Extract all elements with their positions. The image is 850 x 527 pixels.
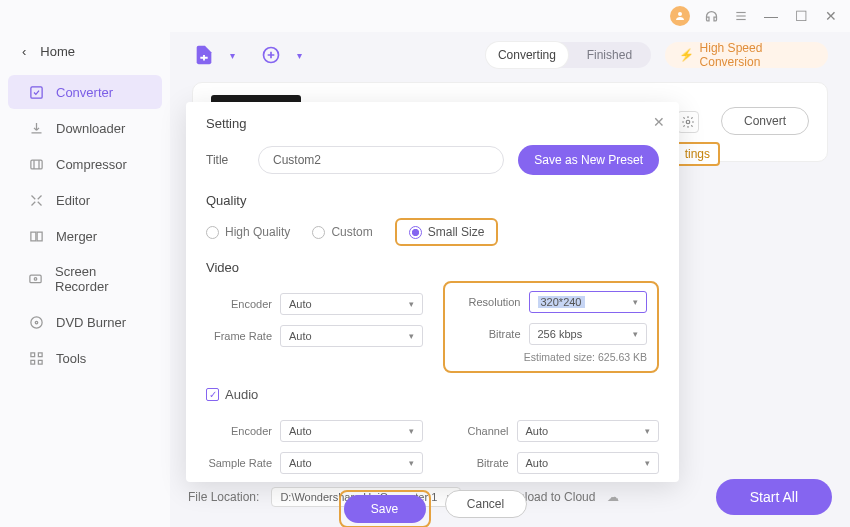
sidebar-item-label: Editor bbox=[56, 193, 90, 208]
title-input[interactable] bbox=[258, 146, 504, 174]
sidebar-item-label: Tools bbox=[56, 351, 86, 366]
svg-rect-6 bbox=[30, 232, 35, 241]
resolution-label: Resolution bbox=[455, 296, 521, 308]
close-icon[interactable]: ✕ bbox=[653, 114, 665, 130]
compress-icon bbox=[28, 156, 44, 172]
add-file-button[interactable] bbox=[192, 42, 216, 68]
headset-icon[interactable] bbox=[702, 7, 720, 25]
chevron-down-icon: ▾ bbox=[409, 426, 414, 436]
sidebar-item-label: DVD Burner bbox=[56, 315, 126, 330]
audio-channel-select[interactable]: Auto▾ bbox=[517, 420, 660, 442]
chevron-down-icon: ▾ bbox=[409, 458, 414, 468]
svg-point-0 bbox=[678, 12, 682, 16]
high-speed-label: High Speed Conversion bbox=[700, 41, 814, 69]
channel-label: Channel bbox=[443, 425, 509, 437]
encoder-label: Encoder bbox=[206, 298, 272, 310]
sidebar-item-dvd-burner[interactable]: DVD Burner bbox=[8, 305, 162, 339]
radio-custom[interactable]: Custom bbox=[312, 225, 372, 239]
radio-label: Custom bbox=[331, 225, 372, 239]
svg-rect-12 bbox=[30, 352, 34, 356]
svg-rect-15 bbox=[38, 360, 42, 364]
back-label: Home bbox=[40, 44, 75, 59]
audio-samplerate-select[interactable]: Auto▾ bbox=[280, 452, 423, 474]
radio-label: High Quality bbox=[225, 225, 290, 239]
video-encoder-select[interactable]: Auto▾ bbox=[280, 293, 423, 315]
maximize-icon[interactable]: ☐ bbox=[792, 7, 810, 25]
radio-icon bbox=[206, 226, 219, 239]
svg-rect-7 bbox=[37, 232, 42, 241]
audio-checkbox[interactable]: ✓ Audio bbox=[206, 387, 659, 402]
tools-icon bbox=[28, 350, 44, 366]
sidebar-item-downloader[interactable]: Downloader bbox=[8, 111, 162, 145]
minimize-icon[interactable]: — bbox=[762, 7, 780, 25]
svg-point-10 bbox=[30, 316, 41, 327]
radio-small-size[interactable]: Small Size bbox=[409, 225, 485, 239]
bolt-icon: ⚡ bbox=[679, 48, 694, 62]
chevron-down-icon: ▾ bbox=[409, 331, 414, 341]
checkbox-icon: ✓ bbox=[206, 388, 219, 401]
chevron-down-icon[interactable]: ▾ bbox=[230, 50, 235, 61]
radio-high-quality[interactable]: High Quality bbox=[206, 225, 290, 239]
start-all-button[interactable]: Start All bbox=[716, 479, 832, 515]
chevron-down-icon: ▾ bbox=[645, 426, 650, 436]
audio-heading: Audio bbox=[225, 387, 258, 402]
sidebar-item-label: Downloader bbox=[56, 121, 125, 136]
radio-icon bbox=[409, 226, 422, 239]
dvd-icon bbox=[28, 314, 44, 330]
samplerate-label: Sample Rate bbox=[206, 457, 272, 469]
sidebar-item-converter[interactable]: Converter bbox=[8, 75, 162, 109]
svg-rect-5 bbox=[30, 160, 41, 169]
chevron-down-icon: ▾ bbox=[409, 299, 414, 309]
title-label: Title bbox=[206, 153, 244, 167]
add-from-device-button[interactable] bbox=[259, 42, 283, 68]
convert-button[interactable]: Convert bbox=[721, 107, 809, 135]
svg-point-17 bbox=[686, 120, 690, 124]
radio-icon bbox=[312, 226, 325, 239]
chevron-down-icon: ▾ bbox=[645, 458, 650, 468]
audio-bitrate-select[interactable]: Auto▾ bbox=[517, 452, 660, 474]
sidebar: ‹ Home Converter Downloader Compressor E… bbox=[0, 32, 170, 527]
chevron-down-icon: ▾ bbox=[633, 329, 638, 339]
svg-rect-13 bbox=[38, 352, 42, 356]
titlebar: — ☐ ✕ bbox=[0, 0, 850, 32]
cancel-button[interactable]: Cancel bbox=[445, 490, 527, 518]
sidebar-item-label: Screen Recorder bbox=[55, 264, 142, 294]
menu-icon[interactable] bbox=[732, 7, 750, 25]
settings-highlight: tings bbox=[675, 142, 720, 166]
video-bitrate-select[interactable]: 256 kbps▾ bbox=[529, 323, 648, 345]
audio-encoder-select[interactable]: Auto▾ bbox=[280, 420, 423, 442]
sidebar-item-label: Merger bbox=[56, 229, 97, 244]
sidebar-item-merger[interactable]: Merger bbox=[8, 219, 162, 253]
save-preset-button[interactable]: Save as New Preset bbox=[518, 145, 659, 175]
sidebar-item-compressor[interactable]: Compressor bbox=[8, 147, 162, 181]
tab-finished[interactable]: Finished bbox=[568, 42, 650, 68]
bitrate-label: Bitrate bbox=[443, 457, 509, 469]
output-settings-button[interactable] bbox=[677, 111, 699, 133]
merger-icon bbox=[28, 228, 44, 244]
top-row: ▾ ▾ Converting Finished ⚡ High Speed Con… bbox=[192, 42, 828, 68]
video-framerate-select[interactable]: Auto▾ bbox=[280, 325, 423, 347]
tab-converting[interactable]: Converting bbox=[486, 42, 568, 68]
segmented-control: Converting Finished bbox=[486, 42, 651, 68]
back-button[interactable]: ‹ Home bbox=[0, 38, 170, 73]
framerate-label: Frame Rate bbox=[206, 330, 272, 342]
sidebar-item-editor[interactable]: Editor bbox=[8, 183, 162, 217]
sidebar-item-tools[interactable]: Tools bbox=[8, 341, 162, 375]
svg-point-9 bbox=[34, 277, 37, 280]
high-speed-badge[interactable]: ⚡ High Speed Conversion bbox=[665, 42, 828, 68]
save-button[interactable]: Save bbox=[344, 495, 426, 523]
sidebar-item-screen-recorder[interactable]: Screen Recorder bbox=[8, 255, 162, 303]
sidebar-item-label: Compressor bbox=[56, 157, 127, 172]
svg-point-11 bbox=[35, 321, 38, 324]
radio-label: Small Size bbox=[428, 225, 485, 239]
editor-icon bbox=[28, 192, 44, 208]
video-resolution-select[interactable]: 320*240▾ bbox=[529, 291, 648, 313]
svg-rect-8 bbox=[30, 275, 41, 283]
estimated-size: Estimated size: 625.63 KB bbox=[455, 351, 648, 363]
chevron-down-icon: ▾ bbox=[633, 297, 638, 307]
download-icon bbox=[28, 120, 44, 136]
window-close-icon[interactable]: ✕ bbox=[822, 7, 840, 25]
setting-modal: Setting ✕ Title Save as New Preset Quali… bbox=[186, 102, 679, 482]
chevron-down-icon[interactable]: ▾ bbox=[297, 50, 302, 61]
avatar[interactable] bbox=[670, 6, 690, 26]
